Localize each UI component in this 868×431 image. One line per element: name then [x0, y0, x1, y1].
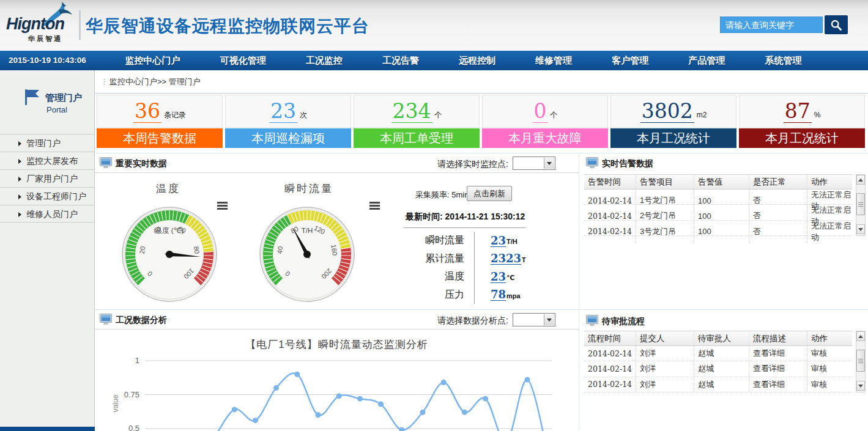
- stat-card-weekly-workorders: 234个 本周工单受理: [354, 95, 480, 150]
- col-header: 告警值: [694, 175, 749, 189]
- pending-approval-panel: 待审批流程 流程时间 提交人 待审批人 流程描述 动作 2014-02-14刘洋…: [581, 312, 868, 431]
- scroll-down-arrow-icon[interactable]: [856, 224, 865, 234]
- readout-value-link[interactable]: 78: [491, 289, 506, 301]
- approval-table: 流程时间 提交人 待审批人 流程描述 动作 2014-02-14刘洋赵城查看详细…: [584, 331, 852, 392]
- scroll-down-arrow-icon[interactable]: [856, 381, 865, 391]
- flow-line-chart: 0.50.751value: [95, 330, 579, 431]
- stat-value-link[interactable]: 36: [133, 100, 161, 123]
- sidebar-item-engineer-portal[interactable]: 设备工程师门户: [0, 187, 95, 205]
- stat-value-link[interactable]: 234: [391, 100, 432, 123]
- svg-text:40: 40: [276, 246, 284, 254]
- alarm-table-header: 告警时间 告警项目 告警值 是否正常 动作: [584, 174, 852, 190]
- scroll-up-arrow-icon[interactable]: [856, 175, 865, 185]
- app-header: Hignton 华辰智通 华辰智通设备远程监控物联网云平台: [0, 0, 868, 51]
- readout-row: 压力 78mpa: [386, 286, 550, 304]
- monitor-icon: [586, 315, 598, 326]
- stat-card-weekly-alarms: 36条记录 本周告警数据: [97, 95, 223, 150]
- refresh-button[interactable]: 点击刷新: [467, 186, 512, 201]
- stat-label: 本周巡检漏项: [225, 128, 351, 148]
- audit-link[interactable]: 审核: [807, 377, 852, 392]
- divider: [404, 227, 525, 228]
- stat-value-link[interactable]: 3802: [640, 100, 694, 123]
- nav-item-system[interactable]: 系统管理: [759, 51, 807, 70]
- panel-title: 实时告警数据: [602, 158, 653, 169]
- stat-label: 本月重大故障: [482, 128, 608, 148]
- sidebar-item-vendor-portal[interactable]: 厂家用户门户: [0, 169, 95, 187]
- nav-menu: 监控中心门户 可视化管理 工况监控 工况告警 远程控制 维修管理 客户管理 产品…: [105, 51, 822, 70]
- sidebar-item-label: 厂家用户门户: [26, 174, 78, 183]
- stat-card-weekly-inspection: 23次 本周巡检漏项: [225, 95, 351, 150]
- nav-item-remote-control[interactable]: 远程控制: [453, 51, 502, 70]
- monitor-point-select-label: 请选择实时监控点:: [437, 159, 508, 170]
- stat-unit: 条记录: [164, 110, 186, 120]
- col-header: 告警项目: [636, 175, 694, 189]
- nav-item-condition-monitor[interactable]: 工况监控: [300, 51, 349, 70]
- view-detail-link[interactable]: 查看详细: [749, 377, 807, 392]
- footer-strip: [0, 427, 95, 431]
- portal-subtitle: Portal: [46, 105, 67, 114]
- triangle-right-icon: [18, 141, 21, 146]
- search-input[interactable]: [720, 17, 823, 33]
- nav-item-monitor-center[interactable]: 监控中心门户: [119, 51, 187, 70]
- readout-value-link[interactable]: 23: [491, 235, 506, 247]
- readout-value-link[interactable]: 2323: [491, 252, 521, 265]
- chevron-down-icon[interactable]: [544, 314, 554, 325]
- readout-label: 瞬时流量: [386, 234, 474, 247]
- monitor-point-select[interactable]: [513, 157, 555, 170]
- scroll-up-arrow-icon[interactable]: [856, 331, 865, 341]
- nav-item-customer[interactable]: 客户管理: [606, 51, 655, 70]
- readout-unit: T: [522, 256, 526, 263]
- analysis-point-select[interactable]: [513, 313, 555, 326]
- sidebar-item-label: 管理门户: [26, 138, 61, 148]
- nav-item-visualization[interactable]: 可视化管理: [214, 51, 272, 70]
- col-header: 流程描述: [749, 331, 807, 345]
- readout-label: 累计流量: [386, 252, 474, 265]
- table-row: 2014-02-143号龙门吊100否无法正常启动: [584, 221, 852, 236]
- stat-unit: %: [814, 111, 821, 119]
- panel-title: 待审批流程: [602, 316, 645, 327]
- table-scrollbar[interactable]: [856, 174, 866, 236]
- scrollbar-thumb[interactable]: [856, 350, 865, 372]
- gauge-menu-hamburger-icon[interactable]: [217, 202, 228, 210]
- stat-unit: 个: [435, 110, 442, 120]
- panel-title: 重要实时数据: [116, 158, 167, 169]
- stat-label: 本周告警数据: [97, 128, 223, 148]
- stat-unit: 个: [551, 110, 558, 120]
- stat-value-link[interactable]: 87: [784, 100, 812, 123]
- view-detail-link[interactable]: 查看详细: [749, 361, 807, 376]
- chevron-down-icon[interactable]: [544, 158, 554, 169]
- view-detail-link[interactable]: 查看详细: [749, 346, 807, 361]
- sidebar-item-big-screen[interactable]: 监控大屏发布: [0, 152, 95, 169]
- svg-text:1: 1: [135, 356, 139, 365]
- nav-item-product[interactable]: 产品管理: [682, 51, 731, 70]
- nav-item-maintenance[interactable]: 维修管理: [529, 51, 578, 70]
- audit-link[interactable]: 审核: [807, 361, 852, 376]
- stat-label: 本月工况统计: [610, 128, 736, 148]
- stat-value-link[interactable]: 0: [533, 100, 548, 123]
- analysis-point-select-label: 请选择数据分析点:: [437, 315, 508, 326]
- readout-unit: mpa: [506, 292, 521, 300]
- search-button[interactable]: [825, 15, 848, 34]
- audit-link[interactable]: 审核: [807, 346, 852, 361]
- portal-title: 管理门户: [45, 92, 82, 104]
- table-row: 2014-02-14刘洋赵城查看详细审核: [584, 361, 852, 377]
- stat-value-link[interactable]: 23: [269, 100, 297, 123]
- alarm-table: 告警时间 告警项目 告警值 是否正常 动作 2014-02-141号龙门吊100…: [584, 174, 852, 236]
- thumb-grip-icon: [858, 359, 863, 363]
- readout-unit: T/H: [506, 238, 517, 245]
- divider: [95, 153, 868, 153]
- triangle-right-icon: [18, 212, 21, 217]
- sidebar-item-label: 维修人员门户: [26, 209, 78, 219]
- sidebar-item-admin-portal[interactable]: 管理门户: [0, 134, 95, 152]
- stat-card-monthly-failures: 0个 本月重大故障: [482, 95, 608, 150]
- gauge-menu-hamburger-icon[interactable]: [369, 202, 380, 210]
- scrollbar-thumb[interactable]: [856, 193, 865, 215]
- sidebar-item-label: 监控大屏发布: [26, 156, 78, 166]
- col-header: 待审批人: [694, 331, 749, 345]
- readout-row: 温度 23℃: [386, 268, 550, 286]
- readout-row: 瞬时流量 23T/H: [386, 232, 550, 250]
- readout-value-link[interactable]: 23: [491, 271, 506, 283]
- nav-item-condition-alarm[interactable]: 工况告警: [376, 51, 425, 70]
- sidebar-item-repair-portal[interactable]: 维修人员门户: [0, 205, 95, 223]
- table-scrollbar[interactable]: [856, 331, 866, 392]
